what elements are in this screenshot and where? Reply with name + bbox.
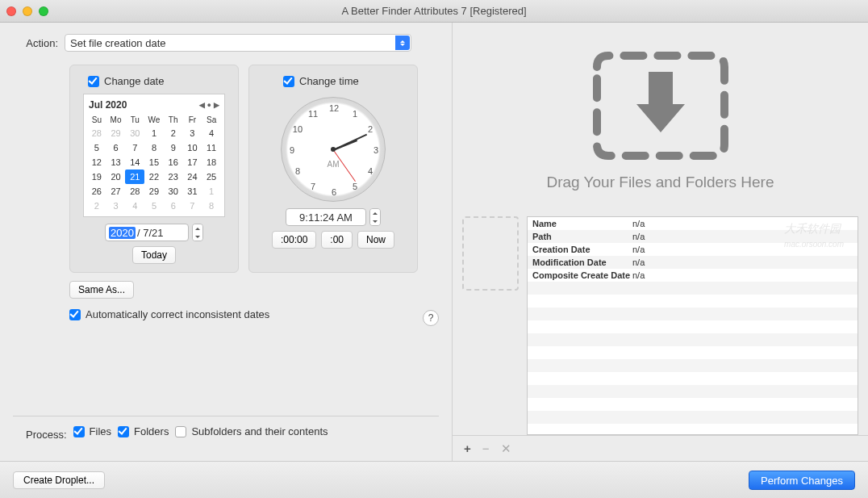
calendar-day[interactable]: 2 [87, 199, 106, 213]
clear-files-button[interactable]: ✕ [501, 442, 511, 456]
time-value: 9:11:24 AM [299, 211, 353, 224]
clock-number: 4 [368, 166, 373, 176]
calendar-day[interactable]: 1 [202, 184, 221, 199]
calendar-day[interactable]: 25 [202, 169, 221, 184]
change-date-panel: Change date Jul 2020 ◀ ● ▶ SuMoTuWeThFrS… [69, 65, 239, 273]
time-input[interactable]: 9:11:24 AM [286, 208, 366, 226]
calendar-day[interactable]: 29 [144, 184, 164, 199]
process-label: Process: [26, 429, 67, 441]
info-row-empty [528, 346, 858, 359]
calendar-day[interactable]: 24 [183, 169, 202, 184]
remove-file-button[interactable]: − [482, 442, 490, 455]
calendar-day[interactable]: 28 [125, 184, 144, 199]
calendar-day[interactable]: 9 [164, 140, 183, 155]
info-row: Pathn/a [528, 230, 858, 243]
time-stepper[interactable] [369, 208, 381, 226]
action-select[interactable]: Set file creation date [65, 34, 411, 52]
add-file-button[interactable]: + [464, 442, 471, 455]
calendar-day[interactable]: 7 [183, 199, 202, 213]
calendar-day[interactable]: 20 [106, 169, 126, 184]
change-time-checkbox[interactable]: Change time [283, 75, 359, 87]
info-row-empty [528, 372, 858, 385]
calendar-day[interactable]: 30 [125, 126, 144, 140]
weekday-header: Mo [106, 114, 126, 126]
calendar-day[interactable]: 4 [125, 199, 144, 213]
calendar-next-icon[interactable]: ▶ [214, 101, 219, 109]
calendar-day[interactable]: 22 [144, 169, 164, 184]
calendar-day[interactable]: 6 [106, 140, 126, 155]
calendar-day[interactable]: 8 [202, 199, 221, 213]
weekday-header: Su [87, 114, 106, 126]
process-subfolders-checkbox[interactable]: Subfolders and their contents [175, 425, 328, 437]
calendar-prev-icon[interactable]: ◀ [199, 101, 205, 109]
process-files-label: Files [90, 425, 111, 437]
info-row-empty [528, 308, 858, 320]
change-date-checkbox[interactable]: Change date [88, 75, 164, 87]
calendar-day[interactable]: 18 [202, 155, 221, 169]
calendar-month: Jul 2020 [89, 99, 127, 111]
calendar-day[interactable]: 12 [87, 155, 106, 169]
calendar-day[interactable]: 16 [164, 155, 183, 169]
calendar-day[interactable]: 19 [87, 169, 106, 184]
zoom-icon[interactable] [39, 6, 48, 16]
calendar-day[interactable]: 31 [183, 184, 202, 199]
calendar-day[interactable]: 27 [106, 184, 126, 199]
calendar-day[interactable]: 15 [144, 155, 164, 169]
calendar-day[interactable]: 1 [144, 126, 164, 140]
info-value: n/a [632, 257, 645, 267]
help-button[interactable]: ? [423, 310, 439, 326]
clock-number: 6 [332, 187, 336, 197]
calendar-day[interactable]: 30 [164, 184, 183, 199]
date-input[interactable]: 2020 / 7/21 [105, 224, 189, 241]
calendar-day[interactable]: 3 [183, 126, 202, 140]
calendar[interactable]: Jul 2020 ◀ ● ▶ SuMoTuWeThFrSa28293012345… [83, 94, 225, 217]
today-button[interactable]: Today [132, 246, 176, 264]
calendar-day[interactable]: 26 [87, 184, 106, 199]
weekday-header: We [144, 114, 164, 126]
calendar-day[interactable]: 21 [125, 169, 144, 184]
clock-number: 7 [311, 182, 315, 191]
calendar-day[interactable]: 10 [183, 140, 202, 155]
date-stepper[interactable] [192, 224, 203, 241]
info-key: Name [528, 219, 632, 228]
clock-number: 10 [293, 124, 303, 134]
calendar-day[interactable]: 7 [125, 140, 144, 155]
analog-clock[interactable]: AM 121234567891011 [281, 97, 386, 202]
calendar-day[interactable]: 5 [87, 140, 106, 155]
calendar-day[interactable]: 11 [202, 140, 221, 155]
create-droplet-button[interactable]: Create Droplet... [13, 471, 105, 489]
now-button[interactable]: Now [357, 231, 394, 249]
calendar-day[interactable]: 6 [164, 199, 183, 213]
calendar-day[interactable]: 28 [87, 126, 106, 140]
calendar-day[interactable]: 29 [106, 126, 126, 140]
calendar-day[interactable]: 14 [125, 155, 144, 169]
weekday-header: Fr [183, 114, 202, 126]
process-folders-checkbox[interactable]: Folders [118, 425, 169, 437]
process-subfolders-label: Subfolders and their contents [191, 425, 328, 437]
zero-seconds-button[interactable]: :00 [321, 231, 353, 249]
clock-number: 11 [308, 109, 318, 119]
checkbox-on-icon [69, 309, 81, 320]
auto-correct-checkbox[interactable]: Automatically correct inconsistent dates [69, 308, 269, 320]
calendar-day[interactable]: 2 [164, 126, 183, 140]
process-files-checkbox[interactable]: Files [73, 425, 111, 437]
calendar-today-dot-icon[interactable]: ● [207, 101, 211, 109]
clock-number: 1 [353, 109, 357, 119]
same-as-button[interactable]: Same As... [69, 281, 134, 299]
zero-time-button[interactable]: :00:00 [272, 231, 316, 249]
clock-number: 2 [368, 124, 373, 134]
svg-rect-0 [649, 72, 673, 104]
minimize-icon[interactable] [23, 6, 32, 16]
process-folders-label: Folders [134, 425, 169, 437]
drop-text: Drag Your Files and Folders Here [547, 174, 774, 191]
drop-zone[interactable]: Drag Your Files and Folders Here [453, 23, 868, 216]
calendar-day[interactable]: 5 [144, 199, 164, 213]
calendar-day[interactable]: 3 [106, 199, 126, 213]
calendar-day[interactable]: 8 [144, 140, 164, 155]
calendar-day[interactable]: 13 [106, 155, 126, 169]
calendar-day[interactable]: 4 [202, 126, 221, 140]
calendar-day[interactable]: 23 [164, 169, 183, 184]
perform-changes-button[interactable]: Perform Changes [749, 471, 855, 490]
close-icon[interactable] [6, 6, 16, 16]
calendar-day[interactable]: 17 [183, 155, 202, 169]
